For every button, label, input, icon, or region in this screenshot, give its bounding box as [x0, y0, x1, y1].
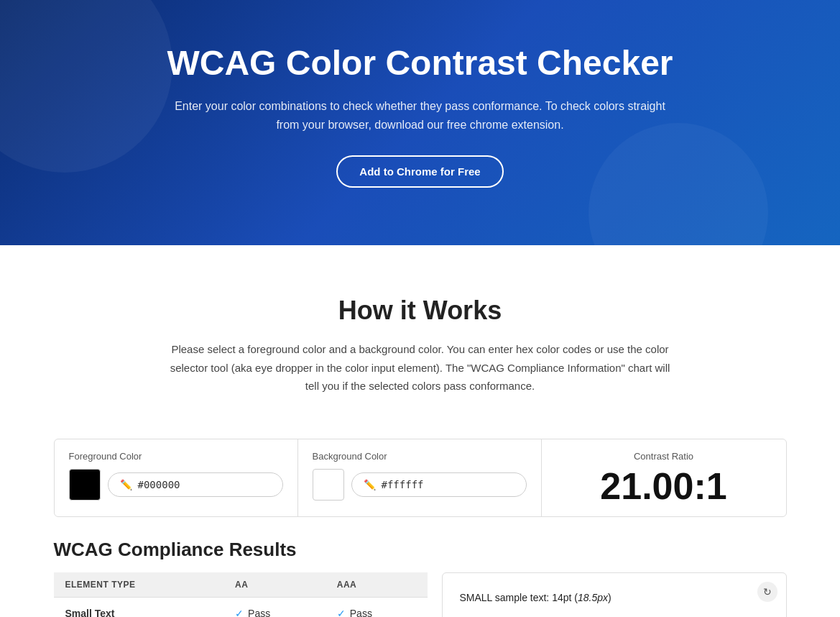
foreground-color-swatch[interactable]: [69, 469, 101, 501]
results-layout: ELEMENT TYPE AA AAA Small Text ✓ Pass ✓: [54, 572, 787, 617]
background-text-input[interactable]: ✏️ #ffffff: [351, 472, 527, 497]
foreground-text-input[interactable]: ✏️ #000000: [108, 472, 283, 497]
background-color-swatch[interactable]: [313, 469, 344, 501]
cell-aa-0: ✓ Pass: [223, 597, 326, 617]
check-icon-aa-0: ✓: [235, 608, 244, 617]
add-to-chrome-button[interactable]: Add to Chrome for Free: [336, 155, 503, 188]
how-it-works-description: Please select a foreground color and a b…: [169, 340, 672, 396]
sample-small-text: SMALL sample text: 14pt (18.5px): [460, 590, 769, 605]
hero-subtitle: Enter your color combinations to check w…: [169, 97, 672, 134]
color-inputs-row: Foreground Color ✏️ #000000 Background C…: [54, 439, 787, 517]
foreground-color-value: #000000: [138, 479, 180, 490]
background-pencil-icon: ✏️: [364, 479, 376, 490]
col-header-aa: AA: [223, 572, 326, 598]
cell-aaa-0: ✓ Pass: [326, 597, 428, 617]
background-color-label: Background Color: [313, 451, 527, 462]
background-color-value: #ffffff: [382, 479, 424, 490]
sample-preview: ↻ SMALL sample text: 14pt (18.5px) LARGE…: [442, 572, 787, 617]
how-it-works-section: How it Works Please select a foreground …: [0, 260, 840, 424]
foreground-input-row: ✏️ #000000: [69, 469, 283, 501]
results-table: ELEMENT TYPE AA AAA Small Text ✓ Pass ✓: [54, 572, 428, 617]
contrast-ratio-label: Contrast Ratio: [634, 451, 693, 462]
col-header-element-type: ELEMENT TYPE: [54, 572, 224, 598]
checker-container: Foreground Color ✏️ #000000 Background C…: [40, 439, 801, 517]
results-table-container: ELEMENT TYPE AA AAA Small Text ✓ Pass ✓: [54, 572, 428, 617]
results-title: WCAG Compliance Results: [54, 539, 787, 561]
how-it-works-title: How it Works: [14, 296, 826, 326]
foreground-color-label: Foreground Color: [69, 451, 283, 462]
cell-type-0: Small Text: [54, 597, 224, 617]
refresh-button[interactable]: ↻: [757, 582, 777, 602]
contrast-ratio-value: 21.00:1: [600, 467, 726, 505]
col-header-aaa: AAA: [326, 572, 428, 598]
hero-title: WCAG Color Contrast Checker: [14, 43, 826, 83]
results-section: WCAG Compliance Results ELEMENT TYPE AA …: [40, 539, 801, 617]
small-text-size: 18.5px: [578, 592, 608, 603]
background-input-row: ✏️ #ffffff: [313, 469, 527, 501]
foreground-color-section: Foreground Color ✏️ #000000: [55, 439, 298, 516]
check-icon-aaa-0: ✓: [337, 608, 346, 617]
foreground-pencil-icon: ✏️: [120, 479, 132, 490]
table-row: Small Text ✓ Pass ✓ Pass: [54, 597, 428, 617]
main-content: How it Works Please select a foreground …: [0, 245, 840, 617]
hero-section: WCAG Color Contrast Checker Enter your c…: [0, 0, 840, 245]
contrast-ratio-section: Contrast Ratio 21.00:1: [542, 439, 786, 516]
background-color-section: Background Color ✏️ #ffffff: [298, 439, 542, 516]
